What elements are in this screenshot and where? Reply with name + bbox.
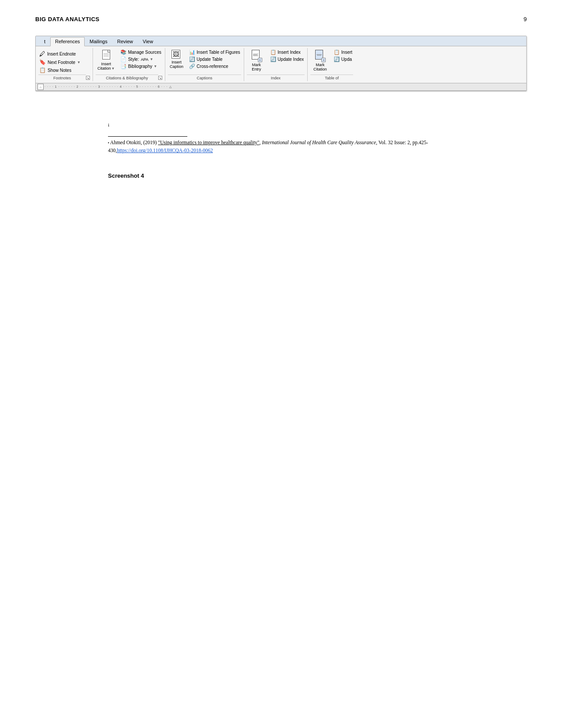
toc-group-content: + MarkCitation 📋 Insert 🔄 Upda	[310, 49, 353, 75]
manage-sources-icon: 📚	[120, 49, 127, 55]
footnote-vol: , Vol. 32 Issue: 2, pp.425-	[376, 140, 428, 145]
update-table-icon: 🔄	[189, 56, 195, 62]
insert-endnote-button[interactable]: 🖊 Insert Endnote	[38, 50, 82, 58]
document-title: BIG DATA ANALYTICS	[35, 16, 100, 22]
footnote-separator	[108, 136, 187, 137]
insert-label: Insert	[101, 62, 111, 66]
toc-update-icon: 🔄	[334, 56, 340, 62]
show-notes-icon: 📋	[39, 67, 46, 73]
insert-index-icon: 📋	[270, 49, 276, 55]
bibliography-icon: 📑	[120, 63, 127, 69]
citations-group-label: Citations & Bibliography	[96, 75, 158, 81]
footnotes-expand-icon[interactable]: ↘	[86, 76, 90, 80]
ruler-corner-button[interactable]: ⌂	[37, 84, 44, 90]
bibliography-dropdown-arrow[interactable]: ▼	[153, 64, 157, 68]
footnote-author: Ahmed Otokiti, (2019)	[110, 140, 158, 145]
insert-citation-button[interactable]: Insert Citation ▼	[96, 49, 116, 71]
update-index-icon: 🔄	[270, 56, 276, 62]
citation-label: Citation	[97, 66, 111, 71]
mark-citation-button[interactable]: + MarkCitation	[310, 49, 330, 72]
toc-insert-button[interactable]: 📋 Insert	[333, 49, 353, 56]
mark-entry-label: MarkEntry	[252, 63, 261, 71]
footnote-entry: ▪Ahmed Otokiti, (2019) "Using informatic…	[108, 138, 509, 155]
citations-group-content: Insert Citation ▼ 📚 Manage Sources	[96, 49, 162, 75]
document-content: i ▪Ahmed Otokiti, (2019) "Using informat…	[0, 91, 562, 197]
citation-small-buttons: 📚 Manage Sources 📄 Style: APA ▼ 📑 Biblio…	[119, 49, 162, 70]
footnote-ref-icon: ▪	[108, 141, 109, 145]
manage-sources-button[interactable]: 📚 Manage Sources	[119, 49, 162, 56]
tab-t[interactable]: t	[39, 37, 50, 46]
toc-update-label: Upda	[341, 57, 352, 62]
update-index-button[interactable]: 🔄 Update Index	[269, 56, 305, 63]
tab-review[interactable]: Review	[112, 37, 138, 46]
ribbon: t References Mailings Review View 🖊 Inse…	[35, 36, 527, 91]
bibliography-label: Bibliography	[128, 64, 152, 69]
caption-label: Caption	[170, 64, 183, 69]
style-icon: 📄	[120, 56, 127, 62]
index-group-label: Index	[247, 75, 305, 81]
cross-reference-label: Cross-reference	[197, 64, 228, 69]
next-footnote-label: Next Footnote	[48, 60, 75, 65]
style-selector[interactable]: 📄 Style: APA ▼	[119, 56, 162, 63]
captions-group: 🖼 Insert Caption 📊 Insert Table of Figur…	[165, 48, 244, 81]
index-group: + MarkEntry 📋 Insert Index 🔄 U	[244, 48, 308, 81]
toc-small-buttons: 📋 Insert 🔄 Upda	[333, 49, 353, 63]
captions-group-content: 🖼 Insert Caption 📊 Insert Table of Figur…	[168, 49, 241, 75]
toc-group: + MarkCitation 📋 Insert 🔄 Upda	[308, 48, 356, 81]
footnote-number-marker: i	[108, 122, 509, 127]
citation-dropdown-arrow[interactable]: ▼	[112, 67, 115, 71]
update-index-label: Update Index	[278, 57, 304, 62]
manage-sources-label: Manage Sources	[128, 50, 161, 55]
toc-group-label: Table of	[310, 75, 353, 81]
footnotes-group-content: 🖊 Insert Endnote 🔖 Next Footnote ▼ 📋 Sho…	[38, 49, 90, 75]
mark-citation-label: MarkCitation	[313, 63, 327, 71]
footnote-doi-link[interactable]: https://doi.org/10.1108/IJHCQA-03-2018-0…	[117, 148, 213, 153]
captions-group-label: Captions	[168, 75, 241, 81]
page-number: 9	[524, 16, 527, 22]
citations-expand-icon[interactable]: ↘	[158, 76, 162, 80]
bibliography-button[interactable]: 📑 Bibliography ▼	[119, 63, 162, 70]
next-footnote-icon: 🔖	[39, 59, 46, 65]
style-label: Style:	[128, 57, 139, 62]
cross-reference-icon: 🔗	[189, 63, 195, 69]
cross-reference-button[interactable]: 🔗 Cross-reference	[188, 63, 241, 70]
next-footnote-arrow[interactable]: ▼	[77, 60, 81, 64]
screenshot-label: Screenshot 4	[108, 172, 509, 179]
endnote-icon: 🖊	[39, 50, 45, 57]
ribbon-tabs: t References Mailings Review View	[36, 36, 526, 46]
mark-entry-button[interactable]: + MarkEntry	[247, 49, 266, 72]
document-ruler: ⌂ · · · · 1 · · · · · · · 2 · · · · · · …	[36, 83, 526, 91]
tab-view[interactable]: View	[138, 37, 158, 46]
update-table-label: Update Table	[197, 57, 223, 62]
tab-references[interactable]: References	[50, 37, 85, 46]
footnotes-group-label: Footnotes	[38, 75, 86, 81]
style-dropdown-arrow[interactable]: ▼	[150, 57, 153, 61]
toc-insert-icon: 📋	[334, 49, 340, 55]
footnote-page: 430,	[108, 148, 117, 153]
toc-insert-label: Insert	[341, 50, 352, 55]
caption-small-buttons: 📊 Insert Table of Figures 🔄 Update Table…	[188, 49, 241, 70]
table-figures-icon: 📊	[189, 49, 195, 55]
ribbon-body: 🖊 Insert Endnote 🔖 Next Footnote ▼ 📋 Sho…	[36, 46, 526, 83]
footnote-journal: International Journal of Health Care Qua…	[262, 140, 376, 145]
style-value: APA	[141, 57, 148, 62]
citations-group: Insert Citation ▼ 📚 Manage Sources	[93, 48, 165, 81]
insert-index-button[interactable]: 📋 Insert Index	[269, 49, 305, 56]
insert-index-label: Insert Index	[278, 50, 301, 55]
footnotes-group: 🖊 Insert Endnote 🔖 Next Footnote ▼ 📋 Sho…	[36, 48, 93, 81]
index-small-buttons: 📋 Insert Index 🔄 Update Index	[269, 49, 305, 63]
insert-caption-button[interactable]: 🖼 Insert Caption	[168, 49, 185, 70]
insert-endnote-label: Insert Endnote	[47, 52, 76, 56]
insert-table-figures-button[interactable]: 📊 Insert Table of Figures	[188, 49, 241, 56]
update-table-button[interactable]: 🔄 Update Table	[188, 56, 241, 63]
ruler-scale: · · · · 1 · · · · · · · 2 · · · · · · · …	[45, 85, 525, 89]
insert-caption-label: Insert	[171, 60, 182, 64]
index-group-content: + MarkEntry 📋 Insert Index 🔄 U	[247, 49, 305, 75]
tab-mailings[interactable]: Mailings	[85, 37, 112, 46]
show-notes-button[interactable]: 📋 Show Notes	[38, 67, 82, 74]
show-notes-label: Show Notes	[48, 68, 71, 73]
footnote-title: "Using informatics to improve healthcare…	[158, 140, 259, 145]
next-footnote-button[interactable]: 🔖 Next Footnote ▼	[38, 59, 82, 66]
toc-update-button[interactable]: 🔄 Upda	[333, 56, 353, 63]
insert-table-figures-label: Insert Table of Figures	[197, 50, 240, 55]
